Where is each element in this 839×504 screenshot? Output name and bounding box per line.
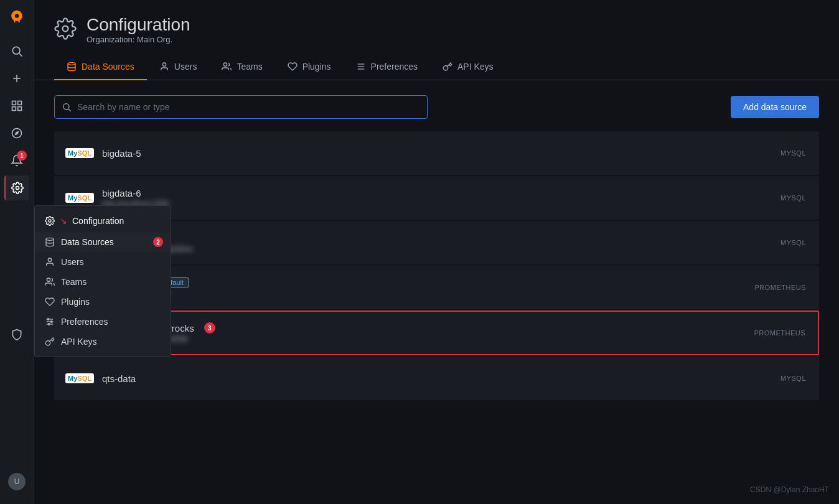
search-input[interactable] xyxy=(54,95,428,119)
dropdown-label-teams: Teams xyxy=(61,277,87,287)
svg-line-31 xyxy=(68,109,71,111)
page-header: Configuration Organization: Main Org. xyxy=(34,0,839,44)
svg-rect-7 xyxy=(18,101,22,105)
tab-apikeys-label: API Keys xyxy=(457,62,494,72)
svg-point-20 xyxy=(47,319,49,320)
svg-point-13 xyxy=(49,220,51,222)
search-icon xyxy=(62,102,72,112)
svg-point-25 xyxy=(162,63,166,66)
dropdown-item-users[interactable]: Users xyxy=(35,252,171,272)
tab-plugins[interactable]: Plugins xyxy=(275,54,344,80)
ds-info: Prometheus default http://localhost:9090 xyxy=(102,278,754,298)
tab-users-label: Users xyxy=(174,62,197,72)
datasources-badge: 2 xyxy=(153,237,163,247)
dropdown-item-apikeys[interactable]: API Keys xyxy=(35,332,171,352)
add-datasource-button[interactable]: Add data source xyxy=(731,96,819,118)
dropdown-item-plugins[interactable]: Plugins xyxy=(35,292,171,312)
sidebar-item-explore[interactable] xyxy=(4,121,29,146)
svg-point-26 xyxy=(224,63,227,66)
svg-point-1 xyxy=(15,14,19,17)
svg-point-21 xyxy=(50,321,52,323)
sidebar-item-configuration[interactable] xyxy=(4,175,29,200)
page-header-text: Configuration Organization: Main Org. xyxy=(87,15,190,44)
dropdown-label-preferences: Preferences xyxy=(61,317,108,327)
svg-point-16 xyxy=(47,278,50,281)
dropdown-label-apikeys: API Keys xyxy=(61,337,97,347)
alerting-badge: 1 xyxy=(17,151,27,161)
svg-point-2 xyxy=(12,47,20,54)
svg-rect-9 xyxy=(18,107,22,111)
table-row[interactable]: MySQL bigdata-5 MYSQL xyxy=(54,131,819,175)
search-input-wrap xyxy=(54,95,428,119)
svg-rect-8 xyxy=(12,107,16,111)
dropdown-item-datasources[interactable]: Data Sources 2 xyxy=(35,232,171,252)
dropdown-title: ↘ Configuration xyxy=(35,211,171,232)
svg-point-23 xyxy=(63,26,68,32)
svg-line-3 xyxy=(19,54,22,57)
sidebar-item-add[interactable] xyxy=(4,66,29,91)
page-header-icon xyxy=(54,17,77,42)
ds-type: MYSQL xyxy=(780,239,806,246)
tab-datasources[interactable]: Data Sources xyxy=(54,54,147,80)
tab-plugins-label: Plugins xyxy=(302,62,331,72)
page-subtitle: Organization: Main Org. xyxy=(87,35,190,44)
sidebar-item-search[interactable] xyxy=(4,39,29,63)
app-logo[interactable] xyxy=(7,7,27,27)
ds-type: PROMETHEUS xyxy=(754,284,806,291)
ds-info: Prometheus-starrocks 3 http://192.168.1.… xyxy=(103,322,754,343)
tab-preferences[interactable]: Preferences xyxy=(344,54,430,80)
search-bar-row: Add data source xyxy=(54,95,819,119)
tab-teams[interactable]: Teams xyxy=(209,54,274,80)
dropdown-item-preferences[interactable]: Preferences xyxy=(35,312,171,332)
ds-url: http://192.168.1.100:9090 xyxy=(103,335,754,343)
ds-type: MYSQL xyxy=(780,194,806,202)
ds-name: MySQL xyxy=(102,233,780,243)
tabs-bar: Data Sources Users Teams Plugins xyxy=(34,54,839,80)
mysql-logo-icon: MySQL xyxy=(67,141,92,166)
page-title: Configuration xyxy=(87,15,190,35)
svg-rect-6 xyxy=(12,101,16,105)
svg-point-14 xyxy=(46,238,54,240)
dropdown-label-plugins: Plugins xyxy=(61,297,90,307)
ds-url: http://localhost:9090 xyxy=(102,289,754,298)
svg-point-12 xyxy=(16,187,19,190)
svg-point-30 xyxy=(63,104,69,110)
svg-point-24 xyxy=(68,62,75,65)
ds-type: MYSQL xyxy=(780,149,806,157)
ds-name: Prometheus default xyxy=(102,278,754,288)
configuration-dropdown: ↘ Configuration Data Sources 2 Users xyxy=(34,205,171,357)
svg-point-22 xyxy=(48,324,50,325)
ds-info: qts-data xyxy=(102,373,780,384)
tab-teams-label: Teams xyxy=(237,62,262,72)
ds-info: bigdata-6 http://localhost:3306 xyxy=(102,188,780,208)
dropdown-item-teams[interactable]: Teams xyxy=(35,272,171,292)
ds-url: tcp(localhost:3306)/grafana xyxy=(102,245,780,253)
prometheus-starrocks-badge: 3 xyxy=(204,322,215,334)
table-row[interactable]: MySQL qts-data MYSQL xyxy=(54,357,819,400)
ds-name: qts-data xyxy=(102,373,780,384)
svg-marker-11 xyxy=(14,131,19,135)
tab-apikeys[interactable]: API Keys xyxy=(430,54,506,80)
tab-users[interactable]: Users xyxy=(147,54,210,80)
watermark: CSDN @Dylan ZhaoHT xyxy=(750,485,829,494)
ds-type: PROMETHEUS xyxy=(754,329,805,337)
ds-info: bigdata-5 xyxy=(102,148,780,159)
tab-preferences-label: Preferences xyxy=(371,62,418,72)
ds-name: bigdata-6 xyxy=(102,188,780,198)
dropdown-label-users: Users xyxy=(61,257,84,267)
svg-point-15 xyxy=(48,258,51,261)
ds-info: MySQL tcp(localhost:3306)/grafana xyxy=(102,233,780,253)
tab-datasources-label: Data Sources xyxy=(82,62,134,72)
sidebar-item-alerting[interactable]: 1 xyxy=(4,148,29,173)
dropdown-label-datasources: Data Sources xyxy=(61,237,114,247)
ds-name: Prometheus-starrocks 3 xyxy=(103,322,754,334)
sidebar: 1 U ↘ Configuration xyxy=(0,0,34,504)
ds-type: MYSQL xyxy=(780,375,806,382)
ds-url: http://localhost:3306 xyxy=(102,200,780,208)
sidebar-item-dashboards[interactable] xyxy=(4,93,29,118)
sidebar-item-avatar[interactable]: U xyxy=(4,469,29,494)
sidebar-item-shield[interactable] xyxy=(4,322,29,347)
ds-name: bigdata-5 xyxy=(102,148,780,159)
mysql-logo-icon: MySQL xyxy=(67,366,92,391)
